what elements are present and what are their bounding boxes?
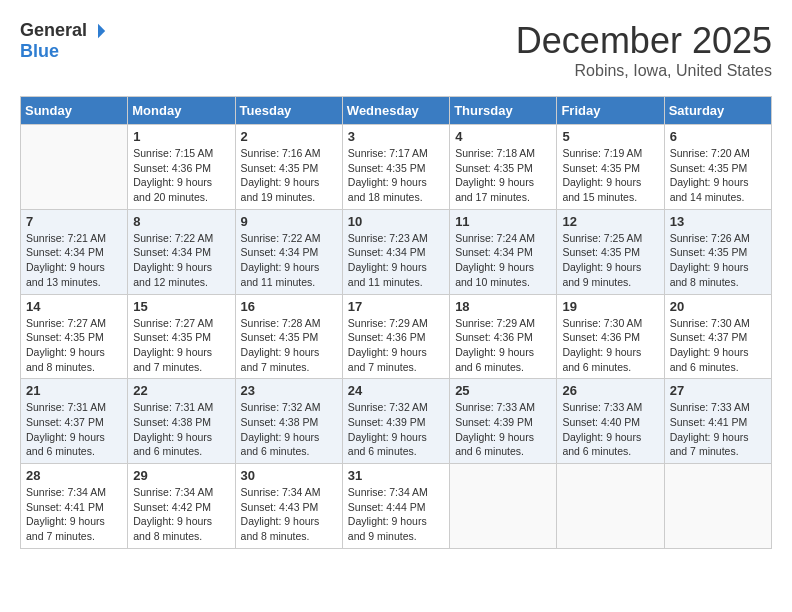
day-number: 22 — [133, 383, 229, 398]
calendar-header-wednesday: Wednesday — [342, 97, 449, 125]
svg-marker-0 — [98, 23, 105, 30]
calendar-cell: 17Sunrise: 7:29 AM Sunset: 4:36 PM Dayli… — [342, 294, 449, 379]
day-info: Sunrise: 7:33 AM Sunset: 4:39 PM Dayligh… — [455, 400, 551, 459]
calendar-cell: 11Sunrise: 7:24 AM Sunset: 4:34 PM Dayli… — [450, 209, 557, 294]
calendar-cell: 3Sunrise: 7:17 AM Sunset: 4:35 PM Daylig… — [342, 125, 449, 210]
day-number: 5 — [562, 129, 658, 144]
day-number: 18 — [455, 299, 551, 314]
day-info: Sunrise: 7:33 AM Sunset: 4:41 PM Dayligh… — [670, 400, 766, 459]
day-number: 2 — [241, 129, 337, 144]
calendar-cell: 4Sunrise: 7:18 AM Sunset: 4:35 PM Daylig… — [450, 125, 557, 210]
calendar-week-row: 1Sunrise: 7:15 AM Sunset: 4:36 PM Daylig… — [21, 125, 772, 210]
logo-general-text: General — [20, 20, 87, 41]
calendar-header-row: SundayMondayTuesdayWednesdayThursdayFrid… — [21, 97, 772, 125]
day-number: 1 — [133, 129, 229, 144]
day-info: Sunrise: 7:32 AM Sunset: 4:39 PM Dayligh… — [348, 400, 444, 459]
logo-icon — [89, 22, 107, 40]
calendar-cell: 25Sunrise: 7:33 AM Sunset: 4:39 PM Dayli… — [450, 379, 557, 464]
day-number: 19 — [562, 299, 658, 314]
day-info: Sunrise: 7:22 AM Sunset: 4:34 PM Dayligh… — [241, 231, 337, 290]
day-info: Sunrise: 7:30 AM Sunset: 4:36 PM Dayligh… — [562, 316, 658, 375]
day-number: 11 — [455, 214, 551, 229]
day-info: Sunrise: 7:26 AM Sunset: 4:35 PM Dayligh… — [670, 231, 766, 290]
day-info: Sunrise: 7:20 AM Sunset: 4:35 PM Dayligh… — [670, 146, 766, 205]
day-info: Sunrise: 7:27 AM Sunset: 4:35 PM Dayligh… — [133, 316, 229, 375]
day-info: Sunrise: 7:31 AM Sunset: 4:38 PM Dayligh… — [133, 400, 229, 459]
day-number: 29 — [133, 468, 229, 483]
calendar-cell: 23Sunrise: 7:32 AM Sunset: 4:38 PM Dayli… — [235, 379, 342, 464]
day-number: 21 — [26, 383, 122, 398]
calendar-cell: 26Sunrise: 7:33 AM Sunset: 4:40 PM Dayli… — [557, 379, 664, 464]
day-number: 28 — [26, 468, 122, 483]
day-info: Sunrise: 7:24 AM Sunset: 4:34 PM Dayligh… — [455, 231, 551, 290]
calendar-cell: 9Sunrise: 7:22 AM Sunset: 4:34 PM Daylig… — [235, 209, 342, 294]
calendar-cell: 21Sunrise: 7:31 AM Sunset: 4:37 PM Dayli… — [21, 379, 128, 464]
calendar-week-row: 14Sunrise: 7:27 AM Sunset: 4:35 PM Dayli… — [21, 294, 772, 379]
calendar-cell: 16Sunrise: 7:28 AM Sunset: 4:35 PM Dayli… — [235, 294, 342, 379]
day-number: 10 — [348, 214, 444, 229]
day-info: Sunrise: 7:29 AM Sunset: 4:36 PM Dayligh… — [348, 316, 444, 375]
day-info: Sunrise: 7:34 AM Sunset: 4:42 PM Dayligh… — [133, 485, 229, 544]
calendar-cell: 22Sunrise: 7:31 AM Sunset: 4:38 PM Dayli… — [128, 379, 235, 464]
day-info: Sunrise: 7:15 AM Sunset: 4:36 PM Dayligh… — [133, 146, 229, 205]
day-info: Sunrise: 7:22 AM Sunset: 4:34 PM Dayligh… — [133, 231, 229, 290]
day-info: Sunrise: 7:33 AM Sunset: 4:40 PM Dayligh… — [562, 400, 658, 459]
calendar-week-row: 28Sunrise: 7:34 AM Sunset: 4:41 PM Dayli… — [21, 464, 772, 549]
day-number: 12 — [562, 214, 658, 229]
day-number: 8 — [133, 214, 229, 229]
day-info: Sunrise: 7:34 AM Sunset: 4:44 PM Dayligh… — [348, 485, 444, 544]
day-info: Sunrise: 7:34 AM Sunset: 4:43 PM Dayligh… — [241, 485, 337, 544]
svg-marker-1 — [98, 31, 105, 38]
day-number: 25 — [455, 383, 551, 398]
title-block: December 2025 Robins, Iowa, United State… — [516, 20, 772, 80]
day-info: Sunrise: 7:19 AM Sunset: 4:35 PM Dayligh… — [562, 146, 658, 205]
calendar-cell: 15Sunrise: 7:27 AM Sunset: 4:35 PM Dayli… — [128, 294, 235, 379]
day-info: Sunrise: 7:31 AM Sunset: 4:37 PM Dayligh… — [26, 400, 122, 459]
calendar-week-row: 21Sunrise: 7:31 AM Sunset: 4:37 PM Dayli… — [21, 379, 772, 464]
calendar-header-tuesday: Tuesday — [235, 97, 342, 125]
day-info: Sunrise: 7:21 AM Sunset: 4:34 PM Dayligh… — [26, 231, 122, 290]
calendar-cell: 19Sunrise: 7:30 AM Sunset: 4:36 PM Dayli… — [557, 294, 664, 379]
day-number: 30 — [241, 468, 337, 483]
page-header: General Blue December 2025 Robins, Iowa,… — [20, 20, 772, 80]
day-info: Sunrise: 7:25 AM Sunset: 4:35 PM Dayligh… — [562, 231, 658, 290]
calendar-cell: 10Sunrise: 7:23 AM Sunset: 4:34 PM Dayli… — [342, 209, 449, 294]
calendar-cell: 31Sunrise: 7:34 AM Sunset: 4:44 PM Dayli… — [342, 464, 449, 549]
day-number: 16 — [241, 299, 337, 314]
calendar-cell — [21, 125, 128, 210]
day-info: Sunrise: 7:28 AM Sunset: 4:35 PM Dayligh… — [241, 316, 337, 375]
calendar-cell: 12Sunrise: 7:25 AM Sunset: 4:35 PM Dayli… — [557, 209, 664, 294]
day-number: 31 — [348, 468, 444, 483]
calendar-cell: 13Sunrise: 7:26 AM Sunset: 4:35 PM Dayli… — [664, 209, 771, 294]
day-number: 13 — [670, 214, 766, 229]
day-number: 23 — [241, 383, 337, 398]
calendar-cell: 30Sunrise: 7:34 AM Sunset: 4:43 PM Dayli… — [235, 464, 342, 549]
calendar-header-monday: Monday — [128, 97, 235, 125]
day-number: 4 — [455, 129, 551, 144]
calendar-week-row: 7Sunrise: 7:21 AM Sunset: 4:34 PM Daylig… — [21, 209, 772, 294]
day-number: 15 — [133, 299, 229, 314]
calendar-cell: 2Sunrise: 7:16 AM Sunset: 4:35 PM Daylig… — [235, 125, 342, 210]
day-info: Sunrise: 7:34 AM Sunset: 4:41 PM Dayligh… — [26, 485, 122, 544]
calendar-cell: 20Sunrise: 7:30 AM Sunset: 4:37 PM Dayli… — [664, 294, 771, 379]
calendar-table: SundayMondayTuesdayWednesdayThursdayFrid… — [20, 96, 772, 549]
day-info: Sunrise: 7:30 AM Sunset: 4:37 PM Dayligh… — [670, 316, 766, 375]
day-number: 7 — [26, 214, 122, 229]
calendar-cell: 7Sunrise: 7:21 AM Sunset: 4:34 PM Daylig… — [21, 209, 128, 294]
calendar-cell — [557, 464, 664, 549]
calendar-cell: 28Sunrise: 7:34 AM Sunset: 4:41 PM Dayli… — [21, 464, 128, 549]
month-title: December 2025 — [516, 20, 772, 62]
subtitle: Robins, Iowa, United States — [516, 62, 772, 80]
logo-blue-text: Blue — [20, 41, 59, 61]
calendar-cell — [664, 464, 771, 549]
day-number: 24 — [348, 383, 444, 398]
day-info: Sunrise: 7:29 AM Sunset: 4:36 PM Dayligh… — [455, 316, 551, 375]
day-info: Sunrise: 7:27 AM Sunset: 4:35 PM Dayligh… — [26, 316, 122, 375]
day-info: Sunrise: 7:16 AM Sunset: 4:35 PM Dayligh… — [241, 146, 337, 205]
calendar-cell: 27Sunrise: 7:33 AM Sunset: 4:41 PM Dayli… — [664, 379, 771, 464]
day-info: Sunrise: 7:18 AM Sunset: 4:35 PM Dayligh… — [455, 146, 551, 205]
day-number: 6 — [670, 129, 766, 144]
day-number: 3 — [348, 129, 444, 144]
logo: General Blue — [20, 20, 107, 62]
calendar-cell: 29Sunrise: 7:34 AM Sunset: 4:42 PM Dayli… — [128, 464, 235, 549]
